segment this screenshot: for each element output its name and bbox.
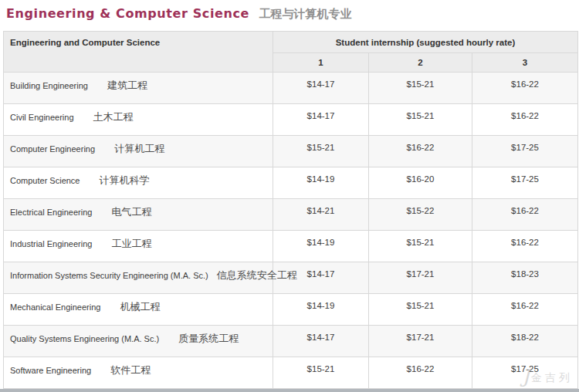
table-row: Industrial Engineering 工业工程 $14-19 $15-2… — [4, 231, 578, 262]
table-row: Civil Engineering 土木工程 $14-17 $15-21 $16… — [4, 104, 578, 136]
column-header-programs: Engineering and Computer Science — [4, 32, 273, 73]
rate-cell-2: $15-21 — [369, 73, 472, 104]
rate-cell-3: $16-22 — [472, 231, 578, 262]
program-name-cell: Quality Systems Engineering (M.A. Sc.) 质… — [4, 326, 273, 357]
column-header-rate-2: 2 — [369, 53, 472, 73]
rate-cell-1: $14-17 — [273, 73, 369, 104]
rate-cell-1: $15-21 — [273, 357, 369, 389]
program-name-cell: Mechanical Engineering 机械工程 — [4, 294, 273, 326]
rate-cell-2: $17-21 — [369, 262, 472, 294]
table-row: Computer Engineering 计算机工程 $15-21 $16-22… — [4, 136, 578, 167]
program-name-chinese: 软件工程 — [110, 364, 151, 376]
program-name-english: Information Systems Security Engineering… — [10, 271, 208, 280]
program-name-cell: Building Engineering 建筑工程 — [4, 73, 273, 104]
table-row: Electrical Engineering 电气工程 $14-21 $15-2… — [4, 199, 578, 231]
column-header-rate-1: 1 — [273, 53, 369, 73]
program-name-chinese: 工业工程 — [111, 238, 151, 249]
rate-cell-2: $16-22 — [369, 357, 472, 389]
table-row: Software Engineering 软件工程 $15-21 $16-22 … — [4, 357, 578, 389]
program-name-english: Software Engineering — [10, 366, 91, 375]
page-title: Engineering & Computer Science 工程与计算机专业 — [0, 0, 579, 22]
rate-cell-2: $15-21 — [369, 231, 472, 262]
rate-cell-1: $14-17 — [273, 104, 369, 136]
rate-cell-3: $16-22 — [472, 199, 578, 231]
rate-cell-2: $15-21 — [369, 294, 472, 326]
rate-cell-3: $16-22 — [472, 294, 578, 326]
rate-cell-3: $16-22 — [472, 104, 578, 136]
rate-cell-2: $15-21 — [369, 104, 472, 136]
rate-cell-1: $14-19 — [273, 231, 369, 262]
internship-rates-table: Engineering and Computer Science Student… — [3, 31, 578, 389]
rate-cell-1: $14-19 — [273, 294, 369, 326]
program-name-english: Civil Engineering — [10, 113, 74, 122]
rate-cell-1: $14-21 — [273, 199, 369, 231]
table-row: Building Engineering 建筑工程 $14-17 $15-21 … — [4, 73, 578, 104]
column-header-internship-group: Student internship (suggested hourly rat… — [273, 32, 578, 53]
rate-cell-3: $17-25 — [472, 136, 578, 167]
table-row: Mechanical Engineering 机械工程 $14-19 $15-2… — [4, 294, 578, 326]
program-name-english: Industrial Engineering — [10, 239, 92, 248]
program-name-cell: Industrial Engineering 工业工程 — [4, 231, 273, 262]
program-name-chinese: 质量系统工程 — [178, 333, 239, 344]
program-name-cell: Computer Science 计算机科学 — [4, 167, 273, 199]
rate-cell-2: $15-22 — [369, 199, 472, 231]
page-title-english: Engineering & Computer Science — [6, 6, 249, 21]
table-row: Information Systems Security Engineering… — [4, 262, 578, 294]
program-name-cell: Civil Engineering 土木工程 — [4, 104, 273, 136]
program-name-cell: Electrical Engineering 电气工程 — [4, 199, 273, 231]
program-name-chinese: 计算机科学 — [100, 174, 150, 186]
program-name-english: Quality Systems Engineering (M.A. Sc.) — [10, 334, 159, 343]
program-name-english: Mechanical Engineering — [10, 302, 100, 312]
program-name-chinese: 信息系统安全工程 — [217, 269, 297, 281]
rate-cell-3: $17-25 — [472, 357, 578, 389]
program-name-cell: Software Engineering 软件工程 — [4, 357, 273, 389]
rate-cell-2: $16-22 — [369, 136, 472, 167]
rate-cell-1: $15-21 — [273, 136, 369, 167]
program-name-chinese: 电气工程 — [111, 206, 151, 218]
rate-cell-3: $18-23 — [472, 262, 578, 294]
program-table-body: Building Engineering 建筑工程 $14-17 $15-21 … — [4, 73, 578, 389]
rate-cell-2: $16-20 — [369, 167, 472, 199]
page-title-chinese: 工程与计算机专业 — [259, 7, 351, 20]
program-name-chinese: 土木工程 — [93, 111, 134, 123]
table-row: Quality Systems Engineering (M.A. Sc.) 质… — [4, 326, 578, 357]
program-name-cell: Computer Engineering 计算机工程 — [4, 136, 273, 167]
program-name-chinese: 计算机工程 — [114, 143, 164, 154]
program-name-english: Computer Engineering — [10, 144, 95, 154]
rate-cell-3: $17-25 — [472, 167, 578, 199]
table-row: Computer Science 计算机科学 $14-19 $16-20 $17… — [4, 167, 578, 199]
program-name-english: Computer Science — [10, 176, 80, 185]
program-name-english: Building Engineering — [10, 81, 88, 90]
rate-cell-1: $14-17 — [273, 326, 369, 357]
program-name-chinese: 建筑工程 — [107, 79, 147, 91]
rate-cell-3: $18-22 — [472, 326, 578, 357]
column-header-rate-3: 3 — [472, 53, 578, 73]
program-name-chinese: 机械工程 — [120, 301, 160, 313]
table-header: Engineering and Computer Science Student… — [4, 32, 578, 73]
rate-cell-1: $14-19 — [273, 167, 369, 199]
program-name-english: Electrical Engineering — [10, 208, 92, 217]
bottom-edge-bar — [0, 389, 579, 392]
rate-cell-2: $17-21 — [369, 326, 472, 357]
program-name-cell: Information Systems Security Engineering… — [4, 262, 273, 294]
rate-cell-3: $16-22 — [472, 73, 578, 104]
